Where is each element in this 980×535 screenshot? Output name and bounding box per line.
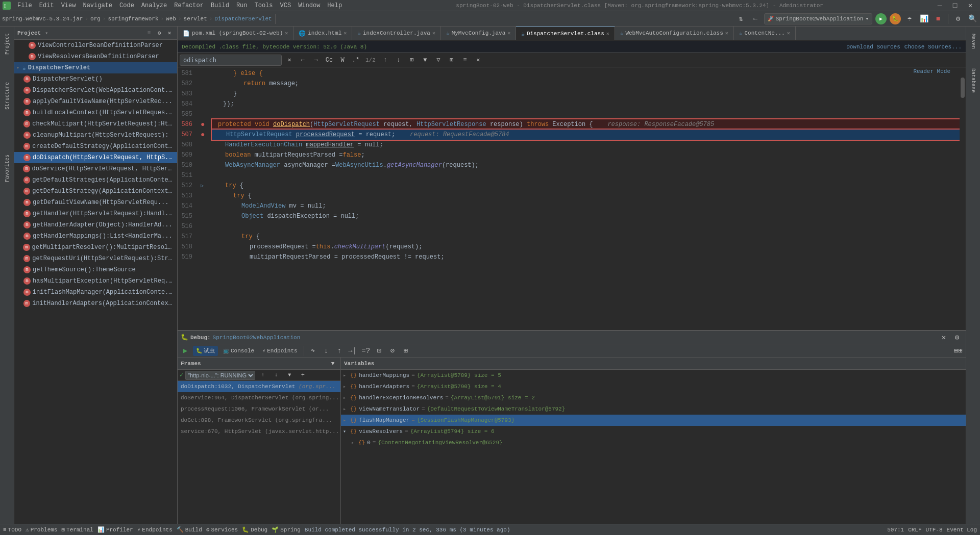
profiler-status[interactable]: 📊 Profiler xyxy=(97,526,133,533)
problems-status[interactable]: ⚠ Problems xyxy=(26,526,57,533)
position-status[interactable]: 507:1 xyxy=(887,527,904,533)
next-match-btn[interactable]: → xyxy=(310,55,322,66)
more-settings-btn[interactable]: ⊞ xyxy=(400,345,411,356)
profile-btn[interactable]: 📊 xyxy=(918,13,929,24)
console-tab-btn[interactable]: 📺 Console xyxy=(220,346,257,356)
tree-item-dispatcherservlet[interactable]: ▾ ☕ DispatcherServlet xyxy=(14,62,177,73)
menu-analyze[interactable]: Analyze xyxy=(138,1,170,10)
regex-btn[interactable]: .* xyxy=(350,55,361,66)
crlf-status[interactable]: CRLF xyxy=(908,527,921,533)
regex-options-icon[interactable]: ⊞ xyxy=(446,55,457,66)
frame-dodispatch[interactable]: doDispatch:1032, DispatcherServlet (org.… xyxy=(178,381,340,392)
tree-item-constructor1[interactable]: m DispatcherServlet() xyxy=(14,73,177,85)
panel-collapse-icon[interactable]: ≡ xyxy=(144,29,154,38)
close-tab-contentne[interactable]: ✕ xyxy=(787,30,790,36)
menu-file[interactable]: File xyxy=(14,1,35,10)
tab-mymvcconfig[interactable]: ☕ MyMvcConfig.java ✕ xyxy=(441,27,516,40)
tree-item-inithandleradapters[interactable]: m initHandlerAdapters(ApplicationContex.… xyxy=(14,298,177,309)
var-handlermappings[interactable]: ▸ {} handlerMappings = {ArrayList@5789} … xyxy=(341,370,966,381)
back-btn[interactable]: ← xyxy=(750,13,761,24)
tree-item-dodispatch[interactable]: m doDispatch(HttpServletRequest, HttpS..… xyxy=(14,152,177,163)
step-out-btn[interactable]: ↑ xyxy=(334,345,345,356)
spring-status[interactable]: 🌱 Spring xyxy=(272,526,301,533)
menu-build[interactable]: Build xyxy=(208,1,232,10)
tree-item-viewresolvers[interactable]: m ViewResolversBeanDefinitionParser xyxy=(14,51,177,62)
close-tab-webmvcauto[interactable]: ✕ xyxy=(725,30,728,36)
match-all-icon[interactable]: ⊞ xyxy=(406,55,418,66)
debug-config-name[interactable]: SpringBoot02WebApplication xyxy=(213,335,301,341)
database-icon[interactable]: Database xyxy=(967,65,979,96)
tree-item-getrequesturi[interactable]: m getRequestUri(HttpServletRequest):Str.… xyxy=(14,253,177,264)
match-prev-icon[interactable]: ↑ xyxy=(380,55,391,66)
endpoints-status[interactable]: ⚡ Endpoints xyxy=(137,526,173,533)
run-config-selector[interactable]: 🚀 SpringBoot02WebApplication ▾ xyxy=(764,13,872,24)
menu-window[interactable]: Window xyxy=(295,1,323,10)
tree-item-getthemesource[interactable]: m getThemeSource():ThemeSource xyxy=(14,264,177,275)
wrap-match-btn[interactable]: Cc xyxy=(324,55,335,66)
tree-item-applydefault[interactable]: m applyDefaultViewName(HttpServletRec... xyxy=(14,96,177,107)
tree-item-cleanupmultipart[interactable]: m cleanupMultipart(HttpServletRequest): xyxy=(14,130,177,141)
menu-view[interactable]: View xyxy=(58,1,79,10)
close-tab-pom[interactable]: ✕ xyxy=(285,30,288,36)
tree-item-checkmultipart[interactable]: m checkMultipart(HttpServletRequest):Ht.… xyxy=(14,118,177,130)
vcs-btn[interactable]: ⇅ xyxy=(736,13,747,24)
search-input[interactable] xyxy=(180,55,282,66)
debug-button[interactable]: 🐛 xyxy=(890,13,901,24)
tree-item-getdefaultstrategy[interactable]: m getDefaultStrategy(ApplicationContext.… xyxy=(14,186,177,197)
run-button[interactable]: ▶ xyxy=(875,13,887,24)
tree-item-buildlocale[interactable]: m buildLocaleContext(HttpServletReques..… xyxy=(14,107,177,118)
thread-filter-btn[interactable]: ▼ xyxy=(284,370,295,381)
services-status[interactable]: ⚙ Services xyxy=(206,526,238,533)
drop-frame-btn[interactable]: ⊡ xyxy=(374,345,385,356)
build-status[interactable]: 🔨 Build xyxy=(177,526,202,533)
frames-filter-icon[interactable]: ▼ xyxy=(328,359,337,368)
endpoints-tab-btn[interactable]: ⚡ Endpoints xyxy=(259,346,300,356)
project-icon[interactable]: Project xyxy=(1,29,13,59)
maximize-btn[interactable]: □ xyxy=(949,0,961,11)
thread-up-btn[interactable]: ↑ xyxy=(257,370,268,381)
favorites-icon[interactable]: Favorites xyxy=(1,153,13,184)
tree-item-initflashmapmanager[interactable]: m initFlashMapManager(ApplicationConte..… xyxy=(14,287,177,298)
choose-sources-link[interactable]: Choose Sources... xyxy=(904,44,962,50)
terminal-status[interactable]: ⊞ Terminal xyxy=(61,526,93,533)
todo-status[interactable]: ≡ TODO xyxy=(3,527,21,533)
step-over-btn[interactable]: ↷ xyxy=(307,345,318,356)
tree-item-constructor2[interactable]: m DispatcherServlet(WebApplicationCont..… xyxy=(14,85,177,96)
menu-refactor[interactable]: Refactor xyxy=(171,1,207,10)
frame-service[interactable]: service:670, HttpServlet (javax.servlet.… xyxy=(178,426,340,437)
menu-code[interactable]: Code xyxy=(116,1,137,10)
evaluate-btn[interactable]: =? xyxy=(360,345,372,356)
debug-status-btn[interactable]: 🐛 Debug xyxy=(242,526,267,533)
menu-edit[interactable]: Edit xyxy=(36,1,57,10)
var-handleradapters[interactable]: ▸ {} handlerAdapters = {ArrayList@5790} … xyxy=(341,381,966,392)
tree-item-createdefault[interactable]: m createDefaultStrategy(ApplicationCont.… xyxy=(14,141,177,152)
scrollbar-thumb[interactable] xyxy=(961,78,965,98)
panel-close-icon[interactable]: ✕ xyxy=(165,29,174,38)
match-next-icon[interactable]: ↓ xyxy=(393,55,404,66)
event-log-status[interactable]: Event Log xyxy=(947,527,977,533)
var-viewresolvers[interactable]: ▾ {} viewResolvers = {ArrayList@5794} si… xyxy=(341,426,966,437)
download-sources-link[interactable]: Download Sources xyxy=(846,44,900,50)
tab-contentne[interactable]: ☕ ContentNe... ✕ xyxy=(734,27,796,40)
structure-icon[interactable]: Structure xyxy=(1,81,13,111)
close-search-btn[interactable]: ✕ xyxy=(284,55,295,66)
thread-dropdown[interactable]: "http-nio-...": RUNNING xyxy=(185,371,255,380)
close-btn[interactable]: ✕ xyxy=(965,0,976,11)
tab-indexcontroller[interactable]: ☕ indexController.java ✕ xyxy=(352,27,441,40)
tree-item-viewcontroller[interactable]: m ViewControllerBeanDefinitionParser xyxy=(14,40,177,51)
thread-down-btn[interactable]: ↓ xyxy=(271,370,282,381)
charset-status[interactable]: UTF-8 xyxy=(926,527,943,533)
var-viewnametranslator[interactable]: ▸ {} viewNameTranslator = {DefaultReques… xyxy=(341,403,966,415)
whole-word-btn[interactable]: W xyxy=(337,55,348,66)
settings-debug-btn[interactable]: ⚙ xyxy=(951,332,963,343)
filter-options-icon[interactable]: ▽ xyxy=(433,55,444,66)
tree-item-gethandler[interactable]: m getHandler(HttpServletRequest):Handl..… xyxy=(14,208,177,219)
menu-vcs[interactable]: VCS xyxy=(277,1,295,10)
tab-webmvcauto[interactable]: ☕ WebMvcAutoConfiguration.class ✕ xyxy=(615,27,734,40)
step-into-btn[interactable]: ↓ xyxy=(321,345,332,356)
settings-btn[interactable]: ⚙ xyxy=(952,13,964,24)
frame-doget[interactable]: doGet:898, FrameworkServlet (org.springf… xyxy=(178,415,340,426)
case-options-icon[interactable]: ≡ xyxy=(459,55,471,66)
close-tab-dispatcherservlet[interactable]: ✕ xyxy=(606,31,609,37)
close-tab-mymvcconfig[interactable]: ✕ xyxy=(507,30,510,36)
